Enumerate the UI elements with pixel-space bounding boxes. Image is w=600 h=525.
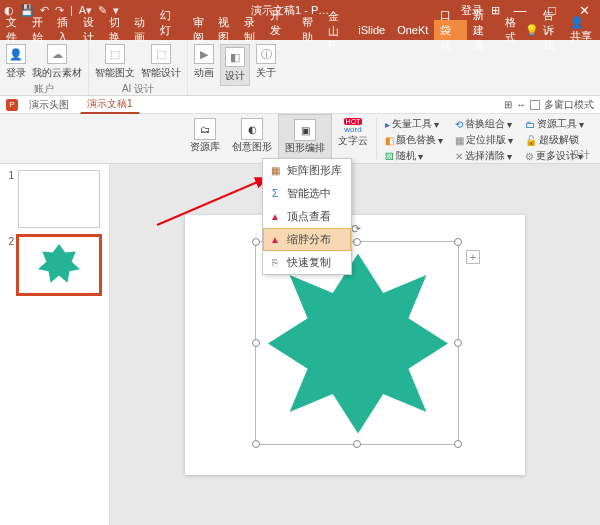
checkbox-multi-window[interactable] <box>530 100 540 110</box>
menu-item-smart-select[interactable]: Σ 智能选中 <box>263 182 351 205</box>
tab-onekey[interactable]: OneKt <box>391 20 434 40</box>
handle-n[interactable] <box>353 238 361 246</box>
thumb-1-preview <box>18 170 100 228</box>
user-icon: 👤 <box>6 44 26 64</box>
autosave-toggle-icon[interactable]: ◐ <box>4 4 14 17</box>
login-large-button[interactable]: 👤 登录 <box>6 44 26 80</box>
resource-button[interactable]: 🗂 资源库 <box>184 114 226 163</box>
undo-icon[interactable]: ↶ <box>40 4 49 17</box>
format-painter-icon[interactable]: ✎ <box>98 4 107 17</box>
wordcloud-button[interactable]: HOT word 文字云 <box>332 114 374 163</box>
cloud-icon: ☁ <box>47 44 67 64</box>
handle-sw[interactable] <box>252 440 260 448</box>
shape-edit-icon: ▣ <box>294 119 316 141</box>
tab-slideshow[interactable]: 幻灯片 <box>154 20 187 40</box>
resource-tool-button[interactable]: 🗀资源工具▾ <box>525 117 584 131</box>
tab-insert[interactable]: 插入 <box>51 20 77 40</box>
select-clear-button[interactable]: ✕选择清除▾ <box>455 149 513 163</box>
grid-icon[interactable]: ⊞ <box>504 99 512 110</box>
anim-button[interactable]: ▶ 动画 <box>194 44 214 86</box>
tab-design[interactable]: 设计 <box>77 20 103 40</box>
replace-combo-button[interactable]: ⟲替换组合▾ <box>455 117 513 131</box>
handle-e[interactable] <box>454 339 462 347</box>
add-button[interactable]: + <box>466 250 480 264</box>
copy-icon: ⎘ <box>269 257 281 269</box>
design-button-active[interactable]: ◧ 设计 <box>220 44 250 86</box>
menu-item-shrink-dist[interactable]: ▲ 缩脖分布 <box>263 228 351 251</box>
super-unlock-button[interactable]: 🔓超级解锁 <box>525 133 584 147</box>
triangle-icon: ▲ <box>269 211 281 223</box>
my-materials-button[interactable]: ☁ 我的云素材 <box>32 44 82 80</box>
quick-access-toolbar: ◐ 💾 ↶ ↷ | A▾ ✎ ▾ <box>4 4 119 17</box>
group-account: 👤 登录 ☁ 我的云素材 账户 <box>0 40 89 95</box>
group-label-account: 账户 <box>34 82 54 96</box>
ribbon-lower: 🗂 资源库 ◐ 创意图形 ▣ 图形编排 HOT word 文字云 ▸矢量工具▾ … <box>0 114 600 164</box>
tab-developer[interactable]: 开发工 <box>264 20 297 40</box>
tab-animation[interactable]: 动画 <box>128 20 154 40</box>
tab-file[interactable]: 文件 <box>0 20 26 40</box>
arrow-icon[interactable]: ↔ <box>516 99 526 110</box>
tab-review[interactable]: 审阅 <box>187 20 213 40</box>
creative-button[interactable]: ◐ 创意图形 <box>226 114 278 163</box>
position-button[interactable]: ▦定位排版▾ <box>455 133 513 147</box>
about-button[interactable]: ⓘ 关于 <box>256 44 276 86</box>
anim-icon: ▶ <box>194 44 214 64</box>
about-icon: ⓘ <box>256 44 276 64</box>
tab-home[interactable]: 开始 <box>26 20 52 40</box>
tab-newtab[interactable]: 新建选 <box>467 20 500 40</box>
handle-w[interactable] <box>252 339 260 347</box>
resource-icon: 🗂 <box>194 118 216 140</box>
shape-edit-dropdown: ▦ 矩阵图形库 Σ 智能选中 ▲ 顶点查看 ▲ 缩脖分布 ⎘ 快速复制 <box>262 158 352 275</box>
thumb-1[interactable]: 1 <box>4 170 109 228</box>
shape-edit-button[interactable]: ▣ 图形编排 <box>278 114 332 163</box>
tab-help[interactable]: 帮助 <box>296 20 322 40</box>
vector-button[interactable]: ▸矢量工具▾ <box>385 117 443 131</box>
random-button[interactable]: ⚄随机▾ <box>385 149 443 163</box>
design-icon: ◧ <box>225 47 245 67</box>
thumb-2[interactable]: 2 <box>4 236 109 294</box>
handle-se[interactable] <box>454 440 462 448</box>
handle-ne[interactable] <box>454 238 462 246</box>
menu-item-vertex-view[interactable]: ▲ 顶点查看 <box>263 205 351 228</box>
tab-record[interactable]: 录制 <box>238 20 264 40</box>
tab-format[interactable]: 格式 <box>499 20 525 40</box>
slide-canvas[interactable]: ⟳ + <box>185 215 525 475</box>
menu-item-quick-copy[interactable]: ⎘ 快速复制 <box>263 251 351 274</box>
font-color-icon[interactable]: A▾ <box>79 4 92 17</box>
multi-window-label: 多窗口模式 <box>544 98 594 112</box>
share-button[interactable]: 👤 共享 <box>564 16 600 44</box>
redo-icon[interactable]: ↷ <box>55 4 64 17</box>
powerpoint-icon: P <box>6 99 18 111</box>
rotate-handle-icon[interactable]: ⟳ <box>351 222 361 236</box>
tell-me[interactable]: 告诉我 <box>543 8 564 53</box>
group-ai: ⬚ 智能图文 ⬚ 智能设计 AI 设计 <box>89 40 188 95</box>
menubar: 文件 开始 插入 设计 切换 动画 幻灯片 审阅 视图 录制 开发工 帮助 金山… <box>0 20 600 40</box>
tell-me-icon[interactable]: 💡 <box>525 24 539 37</box>
qat-sep-icon: | <box>70 4 73 16</box>
star-shape[interactable] <box>268 254 448 434</box>
smart-design-icon: ⬚ <box>151 44 171 64</box>
tab-addin1[interactable]: 金山P <box>322 20 352 40</box>
tab-pocket[interactable]: 口袋动 <box>434 20 467 40</box>
tab-view[interactable]: 视图 <box>212 20 238 40</box>
hot-badge: HOT <box>344 118 363 125</box>
canvas-area[interactable]: ⟳ + <box>110 164 600 525</box>
tab-transition[interactable]: 切换 <box>103 20 129 40</box>
handle-s[interactable] <box>353 440 361 448</box>
smart-graphic-button[interactable]: ⬚ 智能图文 <box>95 44 135 80</box>
tab-islide[interactable]: iSlide <box>352 20 391 40</box>
doc-tab-1[interactable]: 演示头图 <box>22 96 76 114</box>
color-replace-button[interactable]: ◧颜色替换▾ <box>385 133 443 147</box>
menu-item-matrix[interactable]: ▦ 矩阵图形库 <box>263 159 351 182</box>
ribbon-upper: 👤 登录 ☁ 我的云素材 账户 ⬚ 智能图文 ⬚ 智能设计 AI 设计 ▶ <box>0 40 600 96</box>
save-icon[interactable]: 💾 <box>20 4 34 17</box>
thumb-star-icon <box>38 244 80 286</box>
handle-nw[interactable] <box>252 238 260 246</box>
qat-more-icon[interactable]: ▾ <box>113 4 119 17</box>
group-label-ai: AI 设计 <box>122 82 154 96</box>
doc-tab-2[interactable]: 演示文稿1 <box>80 95 140 114</box>
col-tools-2: ⟲替换组合▾ ▦定位排版▾ ✕选择清除▾ <box>449 114 519 163</box>
smart-design-button[interactable]: ⬚ 智能设计 <box>141 44 181 80</box>
group-label-design: 设计 <box>570 148 590 162</box>
triangle-icon-2: ▲ <box>269 234 281 246</box>
